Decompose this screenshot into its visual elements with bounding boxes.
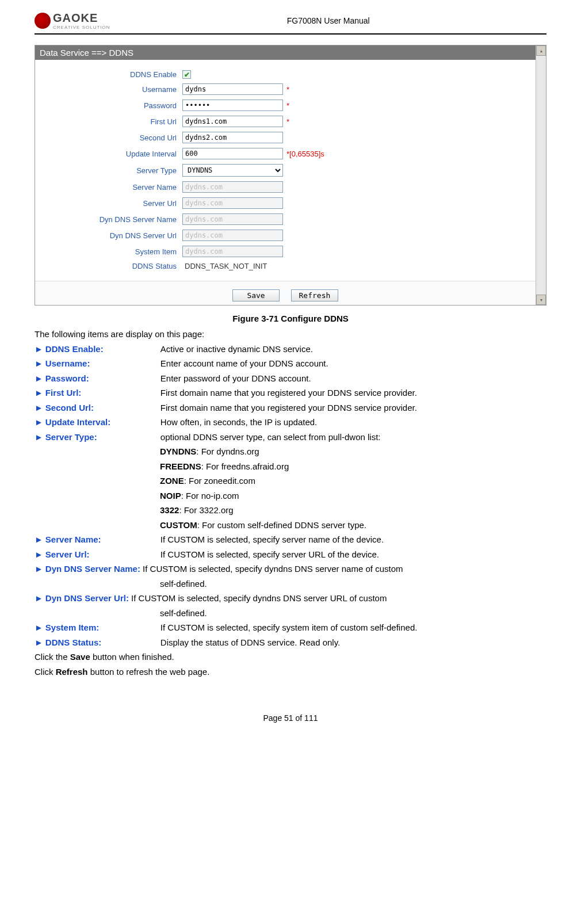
dyn-server-url-input[interactable] — [182, 230, 283, 241]
scrollbar[interactable]: ▴ ▾ — [536, 45, 546, 305]
server-type-desc: : For zoneedit.com — [184, 476, 255, 486]
term-dyn-server-name: Dyn DNS Server Name: — [45, 562, 140, 576]
server-type-select[interactable]: DYNDNS — [182, 164, 283, 177]
required-marker: * — [286, 117, 289, 126]
label-server-type: Server Type — [35, 166, 182, 175]
item-term: DDNS Status: — [45, 635, 160, 650]
server-type-name: 3322 — [160, 505, 179, 515]
bullet-arrow: ► — [35, 620, 43, 635]
server-name-input[interactable] — [182, 181, 283, 193]
item-term: Username: — [45, 356, 160, 371]
server-type-desc: : For custom self-defined DDNS server ty… — [197, 520, 366, 530]
item-term: Password: — [45, 371, 160, 386]
trail1-b: Save — [70, 652, 90, 662]
server-type-desc: : For 3322.org — [179, 505, 233, 515]
desc-dyn-server-name-b: self-defined. — [160, 576, 546, 591]
second-url-input[interactable] — [182, 132, 283, 143]
item-desc: If CUSTOM is selected, specify server UR… — [160, 547, 546, 562]
trail2-c: button to refresh the web page. — [88, 667, 210, 677]
trail1-c: button when finished. — [90, 652, 174, 662]
label-server-name: Server Name — [35, 183, 182, 192]
bullet-arrow: ► — [35, 562, 43, 576]
label-update-interval: Update Interval — [35, 150, 182, 158]
bullet-arrow: ► — [35, 356, 43, 371]
item-term: Second Url: — [45, 400, 160, 415]
server-type-name: CUSTOM — [160, 520, 197, 530]
bullet-arrow: ► — [35, 342, 43, 357]
item-desc: optional DDNS server type, can select fr… — [160, 430, 546, 445]
bullet-arrow: ► — [35, 591, 43, 606]
desc-dyn-server-url-b: self-defined. — [160, 606, 546, 621]
document-title: FG7008N User Manual — [110, 16, 546, 25]
label-dyn-server-name: Dyn DNS Server Name — [35, 215, 182, 224]
item-desc: How often, in seconds, the IP is updated… — [160, 415, 546, 430]
logo: GAOKE CREATIVE SOLUTION — [35, 12, 110, 30]
label-second-url: Second Url — [35, 133, 182, 142]
item-term: Server Name: — [45, 532, 160, 547]
page-footer: Page 51 of 111 — [35, 713, 546, 723]
scroll-down-icon[interactable]: ▾ — [536, 295, 546, 305]
server-type-name: DYNDNS — [160, 446, 196, 456]
label-server-url: Server Url — [35, 199, 182, 208]
item-term: Update Interval: — [45, 415, 160, 430]
bullet-arrow: ► — [35, 415, 43, 430]
item-desc: If CUSTOM is selected, specify server na… — [160, 532, 546, 547]
label-username: Username — [35, 85, 182, 94]
label-first-url: First Url — [35, 117, 182, 126]
required-marker: * — [286, 85, 289, 94]
label-system-item: System Item — [35, 247, 182, 256]
item-desc: First domain name that you registered yo… — [160, 385, 546, 400]
interval-suffix: *[0,65535]s — [286, 150, 324, 158]
system-item-input[interactable] — [182, 246, 283, 257]
item-desc: Active or inactive dynamic DNS service. — [160, 342, 546, 357]
desc-dyn-server-name-a: If CUSTOM is selected, specify dyndns DN… — [143, 564, 403, 574]
item-term: Server Type: — [45, 430, 160, 445]
required-marker: * — [286, 101, 289, 110]
ddns-enable-checkbox[interactable]: ✔ — [182, 70, 191, 79]
item-term: System Item: — [45, 620, 160, 635]
save-button[interactable]: Save — [232, 289, 280, 301]
bullet-arrow: ► — [35, 385, 43, 400]
bullet-arrow: ► — [35, 371, 43, 386]
bullet-arrow: ► — [35, 400, 43, 415]
panel-title: Data Service ==> DDNS — [35, 45, 536, 60]
label-password: Password — [35, 101, 182, 110]
item-desc: Display the status of DDNS service. Read… — [160, 635, 546, 650]
server-type-desc: : For freedns.afraid.org — [201, 461, 289, 471]
server-type-desc: : For dyndns.org — [196, 446, 259, 456]
server-type-name: ZONE — [160, 476, 184, 486]
server-type-name: FREEDNS — [160, 461, 201, 471]
label-dyn-server-url: Dyn DNS Server Url — [35, 231, 182, 240]
bullet-arrow: ► — [35, 547, 43, 562]
figure-caption: Figure 3-71 Configure DDNS — [35, 314, 546, 323]
item-desc: Enter account name of your DDNS account. — [160, 356, 546, 371]
bullet-arrow: ► — [35, 635, 43, 650]
server-url-input[interactable] — [182, 197, 283, 209]
item-term: First Url: — [45, 385, 160, 400]
label-ddns-enable: DDNS Enable — [35, 70, 182, 79]
desc-dyn-server-url-a: If CUSTOM is selected, specify dyndns DN… — [131, 593, 387, 603]
scroll-up-icon[interactable]: ▴ — [536, 45, 546, 56]
item-desc: If CUSTOM is selected, specify system it… — [160, 620, 546, 635]
item-term: Server Url: — [45, 547, 160, 562]
dyn-server-name-input[interactable] — [182, 213, 283, 225]
bullet-arrow: ► — [35, 532, 43, 547]
item-desc: First domain name that you registered yo… — [160, 400, 546, 415]
logo-icon — [35, 13, 51, 29]
trail2-a: Click — [35, 667, 56, 677]
username-input[interactable] — [182, 83, 283, 95]
logo-subtext: CREATIVE SOLUTION — [53, 25, 110, 30]
refresh-button[interactable]: Refresh — [291, 289, 338, 301]
term-dyn-server-url: Dyn DNS Server Url: — [45, 591, 129, 606]
logo-text: GAOKE — [53, 12, 110, 25]
intro-text: The following items are display on this … — [35, 327, 546, 342]
label-ddns-status: DDNS Status — [35, 262, 182, 270]
trail2-b: Refresh — [56, 667, 88, 677]
trail1-a: Click the — [35, 652, 70, 662]
ddns-status-value: DDNS_TASK_NOT_INIT — [182, 262, 267, 270]
update-interval-input[interactable] — [182, 148, 283, 159]
server-type-name: NOIP — [160, 491, 181, 501]
password-input[interactable] — [182, 100, 283, 111]
first-url-input[interactable] — [182, 116, 283, 127]
bullet-arrow: ► — [35, 430, 43, 445]
